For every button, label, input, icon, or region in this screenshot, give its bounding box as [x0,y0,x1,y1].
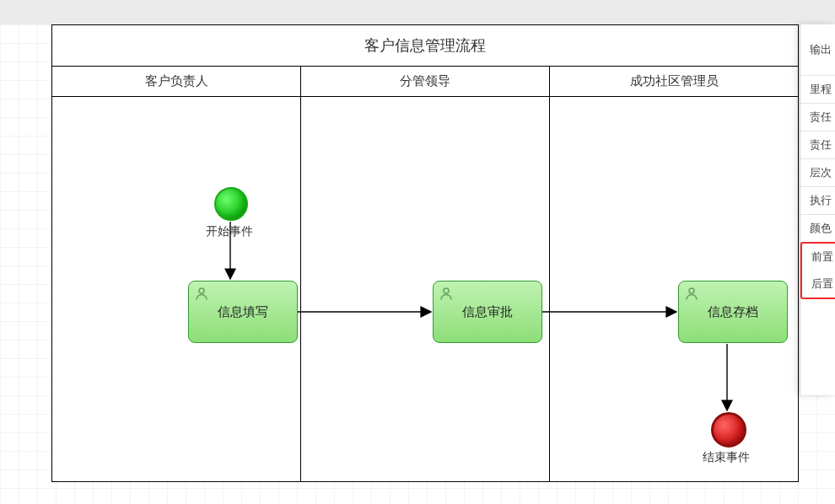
user-task-icon [194,286,209,301]
panel-item-pre[interactable]: 前置 [802,244,835,271]
panel-item-milestone[interactable]: 里程 [800,76,835,104]
start-event[interactable] [214,187,248,221]
panel-item-output[interactable]: 输出 [800,24,835,76]
panel-item-execute[interactable]: 执行 [800,187,835,215]
panel-item-color[interactable]: 颜色 [800,215,835,243]
end-event-label: 结束事件 [703,450,750,465]
svg-point-2 [689,288,694,293]
panel-item-responsible2[interactable]: 责任 [800,131,835,159]
lane-headers: 客户负责人 分管领导 成功社区管理员 [52,66,798,97]
panel-item-level[interactable]: 层次 [800,159,835,187]
task-fill-info-label: 信息填写 [218,304,268,320]
lane-header-1[interactable]: 分管领导 [300,66,549,96]
task-approve-label: 信息审批 [462,304,513,320]
properties-panel: 输出 里程 责任 责任 层次 执行 颜色 前置 后置 [800,24,835,395]
toolbar [0,0,835,24]
swimlane-pool[interactable]: 客户信息管理流程 客户负责人 分管领导 成功社区管理员 [51,24,799,482]
pool-title: 客户信息管理流程 [52,25,798,67]
panel-item-responsible1[interactable]: 责任 [800,104,835,131]
task-fill-info[interactable]: 信息填写 [188,281,298,343]
task-approve[interactable]: 信息审批 [433,281,542,343]
svg-point-0 [199,288,204,293]
panel-highlight-group: 前置 后置 [800,242,835,299]
user-task-icon [439,286,454,301]
panel-item-post[interactable]: 后置 [802,271,835,298]
task-archive[interactable]: 信息存档 [678,281,788,343]
user-task-icon [684,286,699,301]
task-archive-label: 信息存档 [708,304,758,320]
end-event[interactable] [711,412,746,448]
lane-header-0[interactable]: 客户负责人 [52,66,300,96]
svg-point-1 [444,288,449,293]
start-event-label: 开始事件 [206,224,253,239]
lane-header-2[interactable]: 成功社区管理员 [549,66,798,96]
